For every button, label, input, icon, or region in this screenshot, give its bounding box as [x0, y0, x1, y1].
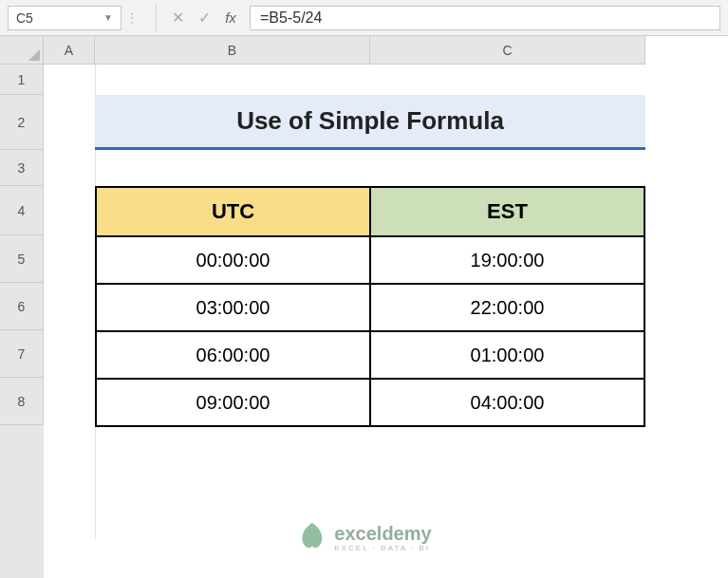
row-header-7[interactable]: 7 — [0, 330, 44, 378]
header-est[interactable]: EST — [370, 187, 644, 236]
row-header-3[interactable]: 3 — [0, 150, 44, 186]
formula-bar: C5 ▼ ⋮ ✕ ✓ fx =B5-5/24 — [0, 0, 728, 36]
watermark: exceldemy EXCEL · DATA · BI — [296, 521, 431, 555]
row-header-6[interactable]: 6 — [0, 283, 44, 330]
cancel-icon[interactable]: ✕ — [164, 9, 191, 27]
cell-utc[interactable]: 09:00:00 — [96, 379, 370, 426]
fx-icon[interactable]: fx — [217, 9, 244, 26]
divider — [156, 5, 157, 31]
cell-utc[interactable]: 03:00:00 — [96, 284, 370, 331]
col-header-b[interactable]: B — [95, 36, 370, 65]
cell-est[interactable]: 22:00:00 — [370, 284, 644, 331]
leaf-icon — [296, 521, 327, 555]
cell-est[interactable]: 19:00:00 — [370, 236, 644, 284]
check-icon[interactable]: ✓ — [191, 9, 217, 27]
cell-est[interactable]: 01:00:00 — [370, 331, 644, 379]
grid-area: A B C Use of Simple Formula UTC EST 00:0… — [44, 36, 728, 578]
table-row: 03:00:00 22:00:00 — [96, 284, 644, 331]
cell-utc[interactable]: 06:00:00 — [96, 331, 370, 379]
table-row: 00:00:00 19:00:00 — [96, 236, 644, 284]
data-table: UTC EST 00:00:00 19:00:00 03:00:00 22:00… — [95, 186, 645, 427]
column-headers: A B C — [44, 36, 728, 65]
table-row: 09:00:00 04:00:00 — [96, 379, 644, 426]
watermark-text: exceldemy EXCEL · DATA · BI — [334, 524, 431, 552]
cell-utc[interactable]: 00:00:00 — [96, 236, 370, 284]
header-utc[interactable]: UTC — [96, 187, 370, 236]
name-box-value: C5 — [16, 10, 33, 26]
formula-text: =B5-5/24 — [260, 9, 322, 27]
row-header-8[interactable]: 8 — [0, 378, 44, 425]
row-header-4[interactable]: 4 — [0, 186, 44, 235]
row-header-1[interactable]: 1 — [0, 65, 44, 95]
drag-handle-icon[interactable]: ⋮ — [125, 10, 137, 26]
row-headers: 1 2 3 4 5 6 7 8 — [0, 36, 44, 578]
row-header-5[interactable]: 5 — [0, 235, 44, 283]
spreadsheet: 1 2 3 4 5 6 7 8 A B C Use of Simple Form… — [0, 36, 728, 578]
col-header-c[interactable]: C — [370, 36, 645, 65]
select-all-corner[interactable] — [0, 36, 44, 65]
table-header-row: UTC EST — [96, 187, 644, 236]
formula-input[interactable]: =B5-5/24 — [250, 6, 720, 30]
watermark-tagline: EXCEL · DATA · BI — [334, 545, 431, 552]
page-title[interactable]: Use of Simple Formula — [95, 95, 645, 150]
chevron-down-icon[interactable]: ▼ — [103, 12, 113, 23]
cell-est[interactable]: 04:00:00 — [370, 379, 644, 426]
name-box[interactable]: C5 ▼ — [8, 6, 121, 30]
row-header-2[interactable]: 2 — [0, 95, 44, 150]
watermark-name: exceldemy — [334, 524, 431, 543]
col-header-a[interactable]: A — [44, 36, 95, 65]
table-row: 06:00:00 01:00:00 — [96, 331, 644, 379]
